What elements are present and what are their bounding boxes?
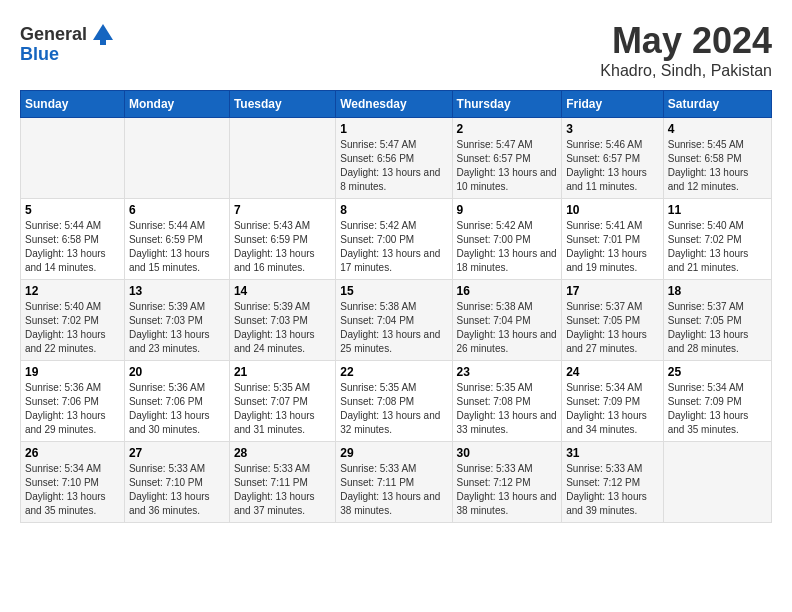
day-number: 5 (25, 203, 120, 217)
day-info: Sunrise: 5:47 AM Sunset: 6:56 PM Dayligh… (340, 138, 447, 194)
day-number: 1 (340, 122, 447, 136)
day-info: Sunrise: 5:47 AM Sunset: 6:57 PM Dayligh… (457, 138, 558, 194)
week-row-1: 1Sunrise: 5:47 AM Sunset: 6:56 PM Daylig… (21, 118, 772, 199)
calendar-cell: 13Sunrise: 5:39 AM Sunset: 7:03 PM Dayli… (124, 280, 229, 361)
day-info: Sunrise: 5:39 AM Sunset: 7:03 PM Dayligh… (234, 300, 331, 356)
day-number: 30 (457, 446, 558, 460)
day-number: 3 (566, 122, 659, 136)
day-number: 11 (668, 203, 767, 217)
calendar-cell: 10Sunrise: 5:41 AM Sunset: 7:01 PM Dayli… (562, 199, 664, 280)
day-header-wednesday: Wednesday (336, 91, 452, 118)
week-row-2: 5Sunrise: 5:44 AM Sunset: 6:58 PM Daylig… (21, 199, 772, 280)
day-header-friday: Friday (562, 91, 664, 118)
week-row-3: 12Sunrise: 5:40 AM Sunset: 7:02 PM Dayli… (21, 280, 772, 361)
calendar-cell: 25Sunrise: 5:34 AM Sunset: 7:09 PM Dayli… (663, 361, 771, 442)
calendar-cell: 3Sunrise: 5:46 AM Sunset: 6:57 PM Daylig… (562, 118, 664, 199)
calendar-cell: 21Sunrise: 5:35 AM Sunset: 7:07 PM Dayli… (229, 361, 335, 442)
calendar-cell: 8Sunrise: 5:42 AM Sunset: 7:00 PM Daylig… (336, 199, 452, 280)
day-info: Sunrise: 5:37 AM Sunset: 7:05 PM Dayligh… (668, 300, 767, 356)
calendar-cell: 2Sunrise: 5:47 AM Sunset: 6:57 PM Daylig… (452, 118, 562, 199)
logo-icon (89, 20, 117, 48)
day-info: Sunrise: 5:43 AM Sunset: 6:59 PM Dayligh… (234, 219, 331, 275)
day-header-sunday: Sunday (21, 91, 125, 118)
calendar-cell (21, 118, 125, 199)
subtitle: Khadro, Sindh, Pakistan (600, 62, 772, 80)
day-info: Sunrise: 5:34 AM Sunset: 7:09 PM Dayligh… (668, 381, 767, 437)
calendar-cell (124, 118, 229, 199)
day-info: Sunrise: 5:38 AM Sunset: 7:04 PM Dayligh… (340, 300, 447, 356)
day-number: 14 (234, 284, 331, 298)
calendar-cell: 14Sunrise: 5:39 AM Sunset: 7:03 PM Dayli… (229, 280, 335, 361)
calendar-cell: 22Sunrise: 5:35 AM Sunset: 7:08 PM Dayli… (336, 361, 452, 442)
day-info: Sunrise: 5:44 AM Sunset: 6:59 PM Dayligh… (129, 219, 225, 275)
day-number: 8 (340, 203, 447, 217)
day-info: Sunrise: 5:35 AM Sunset: 7:08 PM Dayligh… (340, 381, 447, 437)
day-info: Sunrise: 5:33 AM Sunset: 7:11 PM Dayligh… (340, 462, 447, 518)
day-number: 7 (234, 203, 331, 217)
day-number: 15 (340, 284, 447, 298)
calendar-cell: 26Sunrise: 5:34 AM Sunset: 7:10 PM Dayli… (21, 442, 125, 523)
day-number: 17 (566, 284, 659, 298)
day-info: Sunrise: 5:46 AM Sunset: 6:57 PM Dayligh… (566, 138, 659, 194)
day-info: Sunrise: 5:40 AM Sunset: 7:02 PM Dayligh… (668, 219, 767, 275)
calendar-cell: 29Sunrise: 5:33 AM Sunset: 7:11 PM Dayli… (336, 442, 452, 523)
main-title: May 2024 (600, 20, 772, 62)
day-number: 18 (668, 284, 767, 298)
day-number: 19 (25, 365, 120, 379)
calendar-cell: 6Sunrise: 5:44 AM Sunset: 6:59 PM Daylig… (124, 199, 229, 280)
week-row-4: 19Sunrise: 5:36 AM Sunset: 7:06 PM Dayli… (21, 361, 772, 442)
day-number: 4 (668, 122, 767, 136)
day-number: 25 (668, 365, 767, 379)
day-number: 31 (566, 446, 659, 460)
day-info: Sunrise: 5:44 AM Sunset: 6:58 PM Dayligh… (25, 219, 120, 275)
title-section: May 2024 Khadro, Sindh, Pakistan (600, 20, 772, 80)
calendar-cell: 11Sunrise: 5:40 AM Sunset: 7:02 PM Dayli… (663, 199, 771, 280)
calendar-cell: 24Sunrise: 5:34 AM Sunset: 7:09 PM Dayli… (562, 361, 664, 442)
day-info: Sunrise: 5:33 AM Sunset: 7:12 PM Dayligh… (457, 462, 558, 518)
svg-marker-0 (93, 24, 113, 40)
calendar-cell: 4Sunrise: 5:45 AM Sunset: 6:58 PM Daylig… (663, 118, 771, 199)
days-header-row: SundayMondayTuesdayWednesdayThursdayFrid… (21, 91, 772, 118)
calendar-cell: 18Sunrise: 5:37 AM Sunset: 7:05 PM Dayli… (663, 280, 771, 361)
svg-rect-1 (100, 40, 106, 45)
calendar-cell: 27Sunrise: 5:33 AM Sunset: 7:10 PM Dayli… (124, 442, 229, 523)
day-info: Sunrise: 5:35 AM Sunset: 7:07 PM Dayligh… (234, 381, 331, 437)
calendar-table: SundayMondayTuesdayWednesdayThursdayFrid… (20, 90, 772, 523)
day-info: Sunrise: 5:35 AM Sunset: 7:08 PM Dayligh… (457, 381, 558, 437)
day-header-monday: Monday (124, 91, 229, 118)
day-number: 10 (566, 203, 659, 217)
logo: General Blue (20, 20, 117, 65)
calendar-cell: 7Sunrise: 5:43 AM Sunset: 6:59 PM Daylig… (229, 199, 335, 280)
day-number: 13 (129, 284, 225, 298)
calendar-cell: 1Sunrise: 5:47 AM Sunset: 6:56 PM Daylig… (336, 118, 452, 199)
day-info: Sunrise: 5:33 AM Sunset: 7:10 PM Dayligh… (129, 462, 225, 518)
day-info: Sunrise: 5:41 AM Sunset: 7:01 PM Dayligh… (566, 219, 659, 275)
day-info: Sunrise: 5:45 AM Sunset: 6:58 PM Dayligh… (668, 138, 767, 194)
day-number: 29 (340, 446, 447, 460)
logo-blue-text: Blue (20, 44, 59, 65)
day-header-saturday: Saturday (663, 91, 771, 118)
day-info: Sunrise: 5:37 AM Sunset: 7:05 PM Dayligh… (566, 300, 659, 356)
day-info: Sunrise: 5:33 AM Sunset: 7:11 PM Dayligh… (234, 462, 331, 518)
calendar-cell: 19Sunrise: 5:36 AM Sunset: 7:06 PM Dayli… (21, 361, 125, 442)
calendar-cell: 16Sunrise: 5:38 AM Sunset: 7:04 PM Dayli… (452, 280, 562, 361)
day-number: 6 (129, 203, 225, 217)
day-info: Sunrise: 5:34 AM Sunset: 7:10 PM Dayligh… (25, 462, 120, 518)
day-number: 28 (234, 446, 331, 460)
day-number: 9 (457, 203, 558, 217)
page-header: General Blue May 2024 Khadro, Sindh, Pak… (20, 20, 772, 80)
day-number: 26 (25, 446, 120, 460)
day-number: 22 (340, 365, 447, 379)
day-number: 23 (457, 365, 558, 379)
calendar-cell: 17Sunrise: 5:37 AM Sunset: 7:05 PM Dayli… (562, 280, 664, 361)
calendar-cell: 12Sunrise: 5:40 AM Sunset: 7:02 PM Dayli… (21, 280, 125, 361)
calendar-cell: 15Sunrise: 5:38 AM Sunset: 7:04 PM Dayli… (336, 280, 452, 361)
day-header-tuesday: Tuesday (229, 91, 335, 118)
logo-general-text: General (20, 24, 87, 45)
day-info: Sunrise: 5:33 AM Sunset: 7:12 PM Dayligh… (566, 462, 659, 518)
day-number: 21 (234, 365, 331, 379)
calendar-cell: 9Sunrise: 5:42 AM Sunset: 7:00 PM Daylig… (452, 199, 562, 280)
day-number: 27 (129, 446, 225, 460)
day-number: 24 (566, 365, 659, 379)
day-info: Sunrise: 5:42 AM Sunset: 7:00 PM Dayligh… (340, 219, 447, 275)
